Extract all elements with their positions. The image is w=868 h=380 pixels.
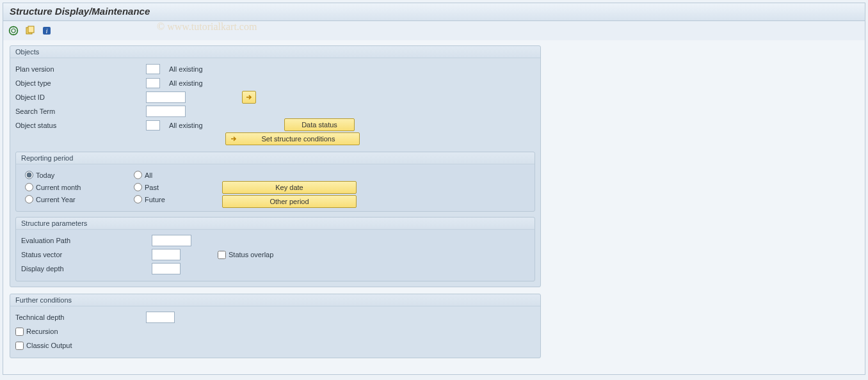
set-structure-conditions-label: Set structure conditions bbox=[241, 135, 355, 143]
svg-rect-3 bbox=[28, 26, 34, 33]
plan-version-field[interactable] bbox=[146, 64, 160, 74]
object-status-desc: All existing bbox=[169, 122, 203, 129]
radio-current-year-label: Current Year bbox=[36, 196, 76, 203]
variant-icon[interactable] bbox=[25, 26, 35, 36]
other-period-button[interactable]: Other period bbox=[222, 195, 357, 208]
further-conditions-group: Further conditions Technical depth Recur… bbox=[10, 294, 541, 358]
object-type-desc: All existing bbox=[169, 79, 203, 87]
radio-current-year[interactable]: Current Year bbox=[25, 195, 108, 203]
search-term-field[interactable] bbox=[146, 106, 186, 117]
status-overlap-label: Status overlap bbox=[229, 251, 273, 258]
set-structure-conditions-button[interactable]: Set structure conditions bbox=[225, 132, 360, 145]
radio-today[interactable]: Today bbox=[25, 171, 108, 179]
object-status-label: Object status bbox=[15, 122, 143, 129]
info-icon[interactable]: i bbox=[42, 26, 52, 36]
status-vector-field[interactable] bbox=[152, 249, 181, 260]
data-status-button[interactable]: Data status bbox=[284, 118, 355, 131]
toolbar: i © www.tutorialkart.com bbox=[3, 21, 865, 40]
technical-depth-field[interactable] bbox=[146, 312, 175, 323]
arrow-right-icon bbox=[230, 135, 237, 143]
radio-future[interactable]: Future bbox=[134, 195, 198, 203]
page-title: Structure Display/Maintenance bbox=[3, 3, 865, 21]
structure-parameters-title: Structure parameters bbox=[16, 218, 534, 230]
display-depth-field[interactable] bbox=[152, 263, 181, 274]
radio-past[interactable]: Past bbox=[134, 183, 198, 191]
status-overlap-checkbox[interactable]: Status overlap bbox=[218, 251, 273, 259]
reporting-period-title: Reporting period bbox=[16, 152, 534, 164]
objects-body: Plan version All existing Object type Al… bbox=[10, 58, 540, 287]
object-id-label: Object ID bbox=[15, 93, 143, 101]
evaluation-path-label: Evaluation Path bbox=[21, 237, 149, 244]
radio-current-month[interactable]: Current month bbox=[25, 183, 108, 191]
object-type-label: Object type bbox=[15, 79, 143, 87]
radio-today-label: Today bbox=[36, 171, 54, 179]
svg-text:i: i bbox=[45, 27, 47, 35]
svg-point-0 bbox=[10, 27, 18, 35]
object-status-field[interactable] bbox=[146, 120, 160, 131]
radio-all[interactable]: All bbox=[134, 171, 198, 179]
search-term-label: Search Term bbox=[15, 107, 143, 115]
objects-title: Objects bbox=[10, 46, 540, 58]
key-date-button[interactable]: Key date bbox=[222, 181, 357, 194]
classic-output-checkbox[interactable]: Classic Output bbox=[15, 338, 535, 352]
status-vector-label: Status vector bbox=[21, 251, 149, 258]
plan-version-desc: All existing bbox=[169, 65, 203, 73]
structure-parameters-group: Structure parameters Evaluation Path Sta… bbox=[15, 217, 535, 281]
execute-icon[interactable] bbox=[8, 26, 19, 36]
evaluation-path-field[interactable] bbox=[152, 235, 191, 246]
radio-past-label: Past bbox=[145, 184, 159, 191]
recursion-label: Recursion bbox=[26, 328, 58, 335]
radio-future-label: Future bbox=[145, 196, 165, 203]
svg-point-1 bbox=[12, 29, 15, 33]
plan-version-label: Plan version bbox=[15, 65, 143, 73]
object-id-field[interactable] bbox=[146, 91, 186, 103]
content: Objects Plan version All existing Object… bbox=[3, 40, 547, 363]
objects-group: Objects Plan version All existing Object… bbox=[10, 45, 541, 287]
radio-all-label: All bbox=[145, 171, 152, 179]
reporting-period-group: Reporting period Today Current month Cur… bbox=[15, 152, 535, 212]
multiple-selection-button[interactable] bbox=[242, 91, 256, 104]
recursion-checkbox[interactable]: Recursion bbox=[15, 324, 535, 338]
further-conditions-title: Further conditions bbox=[10, 294, 540, 306]
technical-depth-label: Technical depth bbox=[15, 313, 143, 321]
classic-output-label: Classic Output bbox=[26, 342, 72, 349]
radio-current-month-label: Current month bbox=[36, 184, 81, 191]
display-depth-label: Display depth bbox=[21, 265, 149, 273]
object-type-field[interactable] bbox=[146, 78, 160, 88]
app-shell: Structure Display/Maintenance i © www.tu… bbox=[3, 3, 865, 375]
watermark: © www.tutorialkart.com bbox=[157, 21, 257, 33]
